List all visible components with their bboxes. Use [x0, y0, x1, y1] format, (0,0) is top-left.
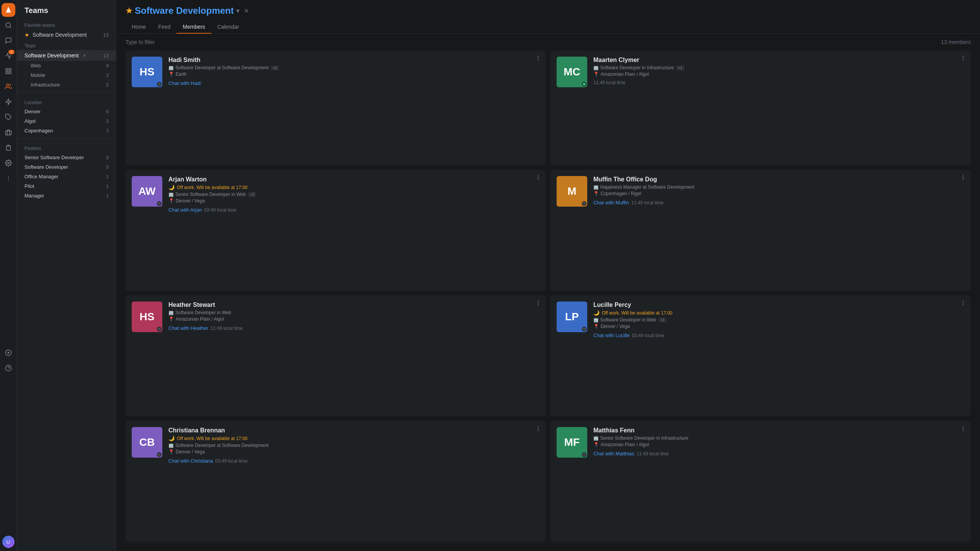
messages-icon[interactable] — [2, 34, 15, 47]
help-icon[interactable] — [2, 361, 15, 375]
chat-link[interactable]: Chat with Christiana 03:49 local time — [168, 458, 247, 464]
svg-rect-10 — [5, 131, 11, 135]
card-menu-icon[interactable] — [960, 174, 966, 182]
close-tab-icon[interactable]: ✕ — [244, 7, 249, 15]
role-plus-badge: +1 — [676, 65, 684, 70]
member-location: 📍 Amazonian Plain / Algol — [168, 316, 540, 322]
filter-location-algol[interactable]: Algol 3 — [17, 116, 116, 126]
status-dot — [157, 201, 162, 206]
member-avatar-wrap: M — [557, 176, 587, 207]
local-time: 03:49 local time — [215, 458, 247, 464]
member-role: 🏢 Happiness Manager at Software Developm… — [593, 184, 965, 190]
chat-link[interactable]: Chat with Lucille 03:49 local time — [593, 333, 664, 338]
member-location: 📍 Denver / Vega — [168, 198, 540, 204]
dashboard-icon[interactable] — [2, 64, 15, 78]
svg-point-23 — [538, 60, 538, 60]
svg-point-14 — [8, 178, 8, 179]
moon-icon: 🌙 — [168, 435, 175, 441]
tab-calendar[interactable]: Calendar — [211, 21, 245, 34]
card-menu-icon[interactable] — [535, 55, 541, 63]
filter-bar: 13 members — [116, 34, 980, 51]
status-dot — [157, 327, 162, 331]
clipboard-icon[interactable] — [2, 141, 15, 155]
chat-link[interactable]: Chat with Muffin 11:49 local time — [593, 200, 663, 205]
activity-icon[interactable]: 7 — [2, 49, 15, 63]
chat-link[interactable]: Chat with Hadi — [168, 80, 201, 86]
svg-point-42 — [963, 427, 963, 427]
role-icon: 🏢 — [593, 436, 599, 441]
close-team-icon[interactable]: ✕ — [83, 53, 86, 58]
member-count: 13 members — [941, 39, 971, 45]
member-avatar-wrap: MF — [557, 427, 587, 458]
filter-position-manager[interactable]: Manager 1 — [17, 191, 116, 201]
member-card: MF Matthias Fenn 🏢 Senior Software Devel… — [550, 421, 971, 542]
svg-point-25 — [963, 58, 963, 58]
member-location: 📍 Earth — [168, 72, 540, 77]
chat-link[interactable]: Chat with Heather 11:49 local time — [168, 325, 243, 331]
sidebar-subteam-infrastructure[interactable]: Infrastructure 2 — [17, 80, 116, 90]
card-menu-icon[interactable] — [535, 174, 541, 182]
tab-members[interactable]: Members — [176, 21, 211, 34]
tab-home[interactable]: Home — [126, 21, 152, 34]
search-icon[interactable] — [2, 18, 15, 32]
position-filter-label: Position — [17, 142, 116, 153]
settings-icon[interactable] — [2, 156, 15, 170]
location-icon: 📍 — [168, 449, 174, 455]
more-icon[interactable] — [2, 171, 15, 185]
member-status: 🌙 Off work. Will be available at 17:00 — [593, 310, 965, 316]
role-icon: 🏢 — [168, 65, 174, 70]
svg-point-39 — [538, 427, 538, 427]
card-menu-icon[interactable] — [960, 425, 966, 433]
card-menu-icon[interactable] — [535, 425, 541, 433]
status-dot — [582, 452, 586, 457]
svg-rect-4 — [9, 68, 11, 70]
sidebar-subteam-web[interactable]: Web 4 — [17, 61, 116, 70]
member-info: Heather Stewart 🏢 Software Developer in … — [168, 302, 540, 331]
role-icon: 🏢 — [593, 185, 599, 190]
card-menu-icon[interactable] — [960, 55, 966, 63]
title-star-icon: ★ — [126, 6, 132, 15]
member-name: Arjan Warton — [168, 176, 540, 183]
filter-input[interactable] — [126, 39, 941, 45]
member-avatar-wrap: LP — [557, 302, 587, 332]
member-avatar-wrap: HS — [132, 302, 162, 332]
add-icon[interactable] — [2, 346, 15, 360]
member-name: Hadi Smith — [168, 57, 540, 64]
moon-icon: 🌙 — [593, 310, 599, 316]
chat-link[interactable]: Chat with Matthias 11:49 local time — [593, 451, 669, 456]
filter-position-software-dev[interactable]: Software Developer 5 — [17, 162, 116, 172]
svg-rect-3 — [6, 68, 8, 70]
local-time: 11:49 local time — [631, 200, 663, 205]
filter-location-copenhagen[interactable]: Copenhagen 3 — [17, 126, 116, 135]
app-logo-icon[interactable] — [2, 3, 15, 17]
member-name: Lucille Percy — [593, 302, 965, 308]
puzzle-icon[interactable] — [2, 110, 15, 124]
member-info: Lucille Percy 🌙 Off work. Will be availa… — [593, 302, 965, 338]
teams-icon[interactable] — [2, 80, 15, 93]
member-role: 🏢 Software Developer in Infrastructure +… — [593, 65, 965, 70]
chat-link[interactable]: Chat with Arjan 03:49 local time — [168, 207, 236, 213]
title-chevron-icon[interactable]: ▾ — [236, 7, 239, 15]
tab-feed[interactable]: Feed — [152, 21, 176, 34]
filter-position-senior-dev[interactable]: Senior Software Developer 9 — [17, 153, 116, 162]
lightning-icon[interactable] — [2, 95, 15, 109]
icon-bar: 7 U — [0, 0, 17, 551]
sidebar-favorite-software-development[interactable]: ★ Software Development 13 — [17, 29, 116, 40]
member-role: 🏢 Software Developer in Web — [168, 310, 540, 315]
svg-rect-11 — [7, 145, 9, 146]
svg-point-7 — [6, 84, 8, 86]
filter-position-office-manager[interactable]: Office Manager 1 — [17, 172, 116, 181]
sidebar-team-software-development[interactable]: Software Development ✕ 13 — [17, 50, 116, 61]
filter-location-denver[interactable]: Denver 6 — [17, 107, 116, 116]
sidebar-subteam-mobile[interactable]: Mobile 3 — [17, 70, 116, 80]
member-role: 🏢 Software Developer at Software Develop… — [168, 65, 540, 70]
briefcase-icon[interactable] — [2, 126, 15, 139]
card-menu-icon[interactable] — [535, 300, 541, 308]
card-menu-icon[interactable] — [960, 300, 966, 308]
filter-position-pilot[interactable]: Pilot 1 — [17, 181, 116, 191]
member-info: Matthias Fenn 🏢 Senior Software Develope… — [593, 427, 965, 456]
svg-point-38 — [963, 305, 963, 305]
star-icon: ★ — [24, 32, 29, 38]
main-header: ★ Software Development ▾ ✕ Home Feed Mem… — [116, 0, 980, 34]
user-avatar[interactable]: U — [2, 536, 15, 548]
